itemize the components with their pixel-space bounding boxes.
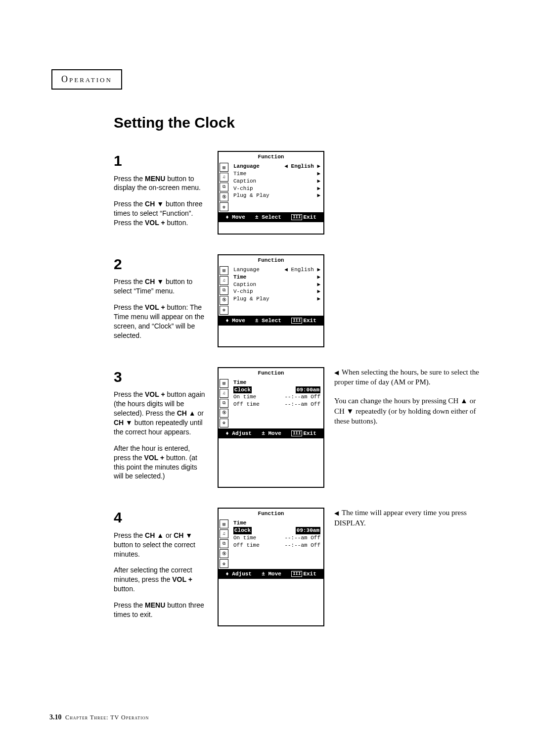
osd-footer-hint: ♦ Move — [225, 318, 245, 324]
osd-sidebar-icon: ♫ — [220, 276, 228, 285]
step-paragraph: Press the CH ▲ or CH ▼ button to select … — [114, 531, 208, 559]
osd-sidebar-icon: ▤ — [220, 379, 228, 388]
osd-sidebar-icon: ⧉ — [220, 539, 228, 548]
osd-footer-hint: ± Select — [255, 214, 281, 220]
side-notes: The time will appear every time you pres… — [334, 508, 488, 626]
osd-row-value: ▶ — [317, 281, 320, 288]
osd-sidebar-icon: ✿ — [220, 559, 228, 568]
page-number: 3.10 — [49, 713, 62, 721]
osd-row-value: --:--am Off — [284, 393, 320, 401]
osd-row-value: ▶ — [317, 295, 320, 303]
step-paragraph: Press the MENU button to display the on-… — [114, 174, 208, 193]
osd-row: On time--:--am Off — [233, 534, 320, 542]
osd-row-value: ▶ — [317, 192, 320, 199]
osd-row-label: Off time — [233, 401, 260, 408]
osd-row-label: Caption — [233, 178, 256, 185]
osd-footer-hint: III Exit — [291, 318, 316, 324]
osd-sidebar-icon: ⦿ — [220, 549, 228, 558]
step-number: 1 — [114, 151, 208, 171]
osd-row-value: --:--am Off — [284, 542, 320, 549]
step-text: 1Press the MENU button to display the on… — [114, 151, 208, 235]
osd-row: Time — [233, 379, 320, 386]
osd-row-label: On time — [233, 393, 256, 401]
osd-row: Plug & Play▶ — [233, 295, 320, 303]
osd-row-value: ▶ — [317, 274, 320, 281]
osd-row: Time▶ — [233, 274, 320, 281]
osd-row: Clock09:00am — [233, 386, 320, 394]
steps-container: 1Press the MENU button to display the on… — [114, 151, 499, 626]
osd-footer-hint: ♦ Move — [225, 214, 245, 220]
osd-row-label: Plug & Play — [233, 295, 269, 303]
osd-sidebar-icon: ✿ — [220, 419, 228, 427]
osd-row-label: On time — [233, 534, 256, 542]
step-text: 2Press the CH ▼ button to select “Time” … — [114, 254, 208, 347]
osd-row-value: ◀ English ▶ — [284, 163, 320, 170]
step-paragraph: Press the CH ▼ button three times to sel… — [114, 199, 208, 228]
osd-sidebar-icon: ⦿ — [220, 296, 228, 305]
osd-sidebar-icon: ✿ — [220, 306, 228, 315]
osd-row-value: ▶ — [317, 185, 320, 192]
osd-row: V-chip▶ — [233, 185, 320, 192]
step-paragraph: After the hour is entered, press the VOL… — [114, 444, 208, 481]
osd-row-value: ▶ — [317, 288, 320, 295]
osd-sidebar-icon: ⦿ — [220, 192, 228, 201]
osd-screen: Function▤♫⧉⦿✿Language◀ English ▶Time▶Cap… — [218, 151, 324, 235]
osd-row: Time▶ — [233, 170, 320, 178]
osd-screen: Function▤♫⧉⦿✿TimeClock09:00amOn time--:-… — [218, 367, 324, 488]
main-column: Setting the Clock 1Press the MENU button… — [114, 114, 499, 626]
osd-row-label: Time — [233, 170, 246, 178]
osd-row-value: --:--am Off — [284, 534, 320, 542]
side-note: When selecting the hours, be sure to sel… — [334, 367, 488, 387]
side-notes — [334, 151, 488, 235]
osd-title: Function — [219, 368, 323, 378]
step-number: 2 — [114, 254, 208, 275]
osd-row: Time — [233, 520, 320, 527]
osd-sidebar-icon: ▤ — [220, 520, 228, 528]
osd-sidebar-icon: ♫ — [220, 389, 228, 398]
chapter-label: Operation — [61, 74, 112, 84]
osd-row-label: Language — [233, 266, 260, 274]
osd-row-label: Time — [233, 274, 246, 281]
osd-row-value: ◀ English ▶ — [284, 266, 320, 274]
osd-footer-hint: ♦ Adjust — [225, 571, 252, 577]
osd-row-value: ▶ — [317, 178, 320, 185]
osd-row-value: 09:30am — [296, 527, 320, 534]
osd-sidebar-icon: ♫ — [220, 173, 228, 182]
osd-footer-hint: III Exit — [291, 214, 316, 220]
side-notes: When selecting the hours, be sure to sel… — [334, 367, 488, 488]
step: 4Press the CH ▲ or CH ▼ button to select… — [114, 508, 499, 626]
osd-footer-hint: ± Move — [262, 430, 281, 436]
step: 1Press the MENU button to display the on… — [114, 151, 499, 235]
osd-title: Function — [219, 255, 323, 265]
osd-footer-hint: ± Move — [262, 571, 281, 577]
step: 3Press the VOL + button again (the hours… — [114, 367, 499, 488]
osd-sidebar-icon: ⧉ — [220, 286, 228, 295]
osd-row-value: 09:00am — [296, 386, 320, 394]
osd-row: Clock09:30am — [233, 527, 320, 534]
step-paragraph: After selecting the correct minutes, pre… — [114, 566, 208, 594]
chapter-box: Operation — [51, 69, 122, 90]
osd-row-label: Plug & Play — [233, 192, 269, 199]
osd-row: Caption▶ — [233, 281, 320, 288]
osd-row-label: Clock — [233, 386, 252, 394]
osd-row: Off time--:--am Off — [233, 401, 320, 408]
osd-row: Caption▶ — [233, 178, 320, 185]
osd-row-label: Off time — [233, 542, 260, 549]
osd-row: On time--:--am Off — [233, 393, 320, 401]
osd-footer: ♦ Adjust± MoveIII Exit — [219, 569, 323, 579]
step-number: 4 — [114, 508, 208, 528]
osd-row: Language◀ English ▶ — [233, 266, 320, 274]
osd-row: V-chip▶ — [233, 288, 320, 295]
osd-sidebar-icon: ⦿ — [220, 409, 228, 418]
step-paragraph: Press the CH ▼ button to select “Time” m… — [114, 277, 208, 296]
step-text: 3Press the VOL + button again (the hours… — [114, 367, 208, 488]
osd-footer: ♦ Move± SelectIII Exit — [219, 316, 323, 326]
osd-row-label: Caption — [233, 281, 256, 288]
osd-screen: Function▤♫⧉⦿✿TimeClock09:30amOn time--:-… — [218, 508, 324, 626]
osd-footer-hint: ♦ Adjust — [225, 430, 252, 436]
osd-row-label: Time — [233, 379, 246, 386]
osd-row-value: ▶ — [317, 170, 320, 178]
osd-footer-hint: III Exit — [291, 571, 316, 577]
osd-footer: ♦ Adjust± MoveIII Exit — [219, 428, 323, 438]
chapter-footer-label: Chapter Three: TV Operation — [65, 714, 149, 721]
